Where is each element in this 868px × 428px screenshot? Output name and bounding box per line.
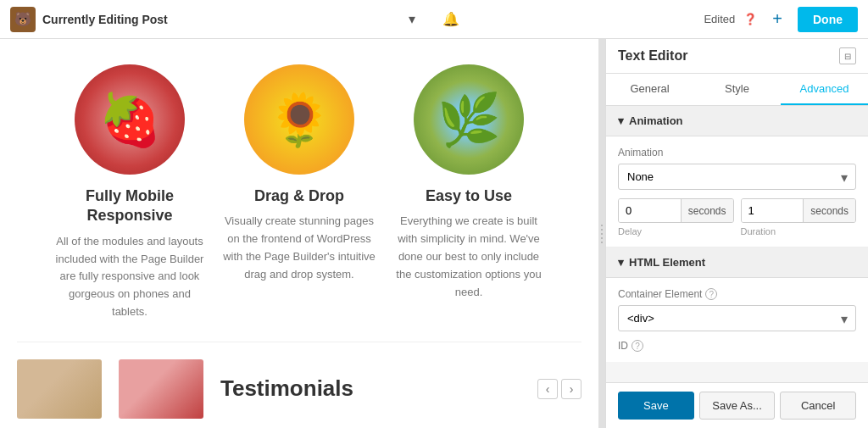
feature-desc-drag: Visually create stunning pages on the fr… [223, 213, 376, 283]
main-layout: Fully MobileResponsive All of the module… [0, 39, 868, 428]
container-select-wrap: <div> <section> <article> <span> [618, 305, 856, 331]
duration-label: Duration [741, 226, 857, 236]
container-label: Container Element ? [618, 288, 856, 300]
page-title: Currently Editing Post [42, 13, 168, 26]
duration-input-wrap: seconds [741, 198, 857, 223]
bottom-section: Testimonials ‹ › [17, 359, 581, 419]
notification-bell-button[interactable]: 🔔 [436, 8, 466, 31]
drag-dots [601, 225, 603, 243]
duration-unit: seconds [803, 199, 855, 222]
feature-image-grass [414, 64, 524, 175]
tab-advanced[interactable]: Advanced [781, 74, 868, 105]
panel-content: ▾ Animation Animation None Fade Slide Bo… [606, 106, 868, 382]
animation-section-label: Animation [629, 114, 683, 127]
testimonials-nav: ‹ › [537, 379, 581, 399]
save-button[interactable]: Save [618, 392, 694, 420]
testimonial-image-1 [17, 359, 102, 419]
html-section-body: Container Element ? <div> <section> <art… [606, 278, 868, 362]
duration-input[interactable] [742, 199, 804, 222]
html-section-header[interactable]: ▾ HTML Element [606, 247, 868, 278]
collapse-icon: ▾ [618, 114, 624, 127]
id-help-icon[interactable]: ? [632, 340, 643, 352]
container-select[interactable]: <div> <section> <article> <span> [618, 305, 856, 331]
feature-card-drag: Drag & Drop Visually create stunning pag… [223, 64, 376, 321]
delay-unit: seconds [681, 199, 733, 222]
topbar-right: Edited ❓ + Done [704, 6, 858, 32]
animation-select-wrap: None Fade Slide Bounce [618, 164, 856, 190]
next-arrow-button[interactable]: › [561, 379, 581, 399]
delay-field: seconds Delay [618, 198, 734, 236]
feature-image-sunflower [244, 64, 354, 175]
topbar-center: ▾ 🔔 [402, 8, 466, 31]
id-label: ID [618, 340, 628, 352]
topbar: 🐻 Currently Editing Post ▾ 🔔 Edited ❓ + … [0, 0, 868, 39]
content-area: Fully MobileResponsive All of the module… [0, 39, 598, 428]
edited-badge: Edited [704, 13, 735, 25]
tab-general[interactable]: General [606, 74, 693, 105]
topbar-left: 🐻 Currently Editing Post [10, 7, 168, 32]
feature-title-mobile: Fully MobileResponsive [53, 186, 206, 226]
tab-style[interactable]: Style [693, 74, 781, 105]
prev-arrow-button[interactable]: ‹ [537, 379, 558, 399]
divider [17, 342, 581, 342]
chevron-down-button[interactable]: ▾ [402, 8, 422, 31]
testimonials-label: Testimonials [220, 375, 520, 402]
animation-section-header[interactable]: ▾ Animation [606, 106, 868, 136]
help-icon[interactable]: ❓ [743, 13, 757, 25]
cancel-button[interactable]: Cancel [780, 392, 856, 420]
feature-card-mobile: Fully MobileResponsive All of the module… [53, 64, 206, 321]
feature-desc-easy: Everything we create is built with simpl… [392, 213, 545, 301]
drag-handle[interactable] [598, 39, 605, 428]
feature-title-easy: Easy to Use [392, 186, 545, 206]
panel-title: Text Editor [618, 48, 687, 64]
testimonial-image-2 [119, 359, 203, 419]
delay-input[interactable] [619, 199, 681, 222]
feature-card-easy: Easy to Use Everything we create is buil… [392, 64, 545, 321]
feature-desc-mobile: All of the modules and layouts included … [53, 233, 206, 321]
feature-cards: Fully MobileResponsive All of the module… [17, 64, 581, 321]
add-button[interactable]: + [765, 6, 789, 32]
panel-footer: Save Save As... Cancel [606, 382, 868, 428]
animation-field-label: Animation [618, 147, 856, 158]
delay-input-wrap: seconds [618, 198, 734, 223]
time-row: seconds Delay seconds Duration [618, 198, 856, 236]
duration-field: seconds Duration [741, 198, 857, 236]
panel-minimize-button[interactable]: ⊟ [839, 47, 856, 64]
animation-section-body: Animation None Fade Slide Bounce seconds [606, 136, 868, 247]
html-section-label: HTML Element [629, 256, 705, 269]
html-collapse-icon: ▾ [618, 256, 624, 269]
feature-image-strawberry [75, 64, 185, 175]
animation-select[interactable]: None Fade Slide Bounce [618, 164, 856, 190]
side-panel: Text Editor ⊟ General Style Advanced ▾ A… [605, 39, 868, 428]
logo-icon: 🐻 [10, 7, 36, 32]
feature-title-drag: Drag & Drop [223, 186, 376, 206]
delay-label: Delay [618, 226, 734, 236]
save-as-button[interactable]: Save As... [699, 392, 776, 420]
panel-tabs: General Style Advanced [606, 74, 868, 106]
container-help-icon[interactable]: ? [705, 288, 717, 300]
panel-header: Text Editor ⊟ [606, 39, 868, 74]
done-button[interactable]: Done [798, 7, 858, 32]
